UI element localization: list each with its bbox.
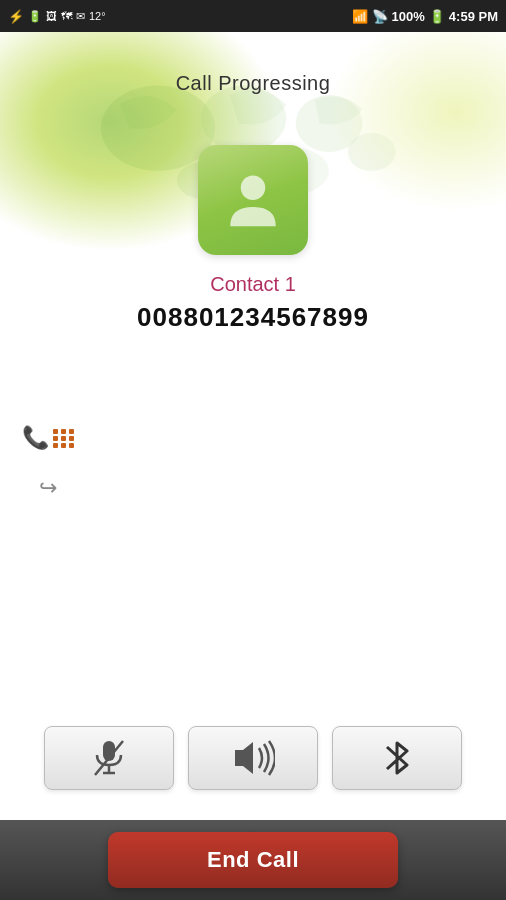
call-area: Call Progressing Contact 1 0088012345678…	[0, 32, 506, 333]
battery-icon: 🔋	[429, 9, 445, 24]
avatar-container	[198, 145, 308, 255]
speaker-icon	[231, 740, 275, 776]
message-icon: ✉	[76, 10, 85, 23]
status-bar: ⚡ 🔋 🖼 🗺 ✉ 12° 📶 📡 100% 🔋 4:59 PM	[0, 0, 506, 32]
status-left-icons: ⚡ 🔋 🖼 🗺 ✉ 12°	[8, 9, 106, 24]
time-label: 4:59 PM	[449, 9, 498, 24]
battery-label: 100%	[392, 9, 425, 24]
mute-button[interactable]	[44, 726, 174, 790]
signal-icon: 📡	[372, 9, 388, 24]
action-icons-area: 📞 ↪	[30, 420, 66, 506]
map-icon: 🗺	[61, 10, 72, 22]
mute-icon	[91, 737, 127, 779]
contact-number: 008801234567899	[137, 302, 369, 333]
keypad-icon	[53, 429, 75, 448]
transfer-button[interactable]: ↪	[30, 470, 66, 506]
avatar-icon	[218, 165, 288, 235]
call-title: Call Progressing	[176, 72, 331, 95]
control-buttons-row	[0, 726, 506, 790]
speaker-button[interactable]	[188, 726, 318, 790]
battery-small-icon: 🔋	[28, 10, 42, 23]
dialpad-button[interactable]: 📞	[30, 420, 66, 456]
phone-icon: 📞	[22, 425, 49, 451]
image-icon: 🖼	[46, 10, 57, 22]
wifi-icon: 📶	[352, 9, 368, 24]
svg-point-6	[241, 176, 266, 201]
end-call-button[interactable]: End Call	[108, 832, 398, 888]
contact-name: Contact 1	[210, 273, 296, 296]
usb-icon: ⚡	[8, 9, 24, 24]
svg-marker-11	[235, 742, 253, 774]
end-call-label: End Call	[207, 847, 299, 873]
temperature-label: 12°	[89, 10, 106, 22]
bluetooth-button[interactable]	[332, 726, 462, 790]
end-call-bar: End Call	[0, 820, 506, 900]
bluetooth-icon	[383, 737, 411, 779]
status-right-icons: 📶 📡 100% 🔋 4:59 PM	[352, 9, 498, 24]
forward-icon: ↪	[39, 475, 57, 501]
